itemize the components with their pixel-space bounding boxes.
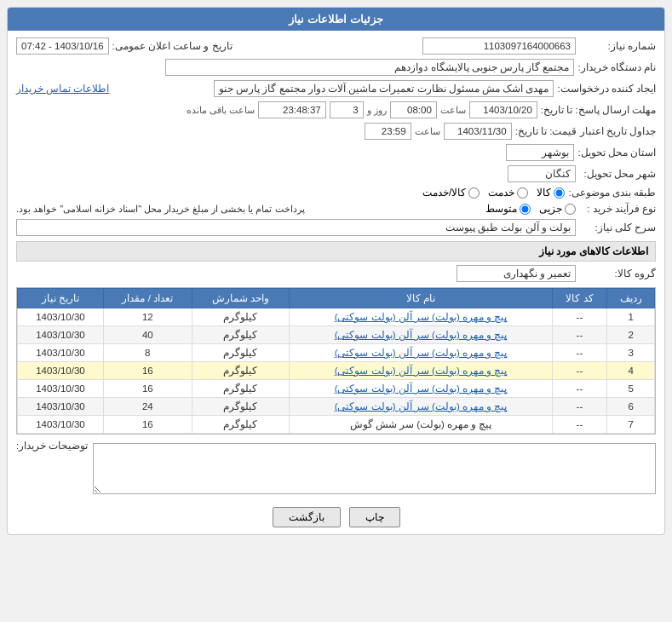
print-button[interactable]: چاپ	[349, 507, 400, 527]
cell-naam: پیچ و مهره (بولت) سر آلن (بولت سوکتی)	[290, 344, 552, 362]
mohlet-label: مهلت ارسال پاسخ: تا تاریخ:	[541, 104, 656, 116]
th-tedad: تعداد / مقدار	[103, 289, 192, 308]
cell-radif: 2	[607, 326, 655, 344]
cell-naam: پیچ و مهره (بولت) سر آلن (بولت سوکتی)	[290, 362, 552, 380]
mohlet-date: 1403/10/20	[469, 101, 537, 118]
cell-naam: پیچ و مهره (بولت) سر آلن (بولت سوکتی)	[290, 308, 552, 326]
row-sarh: سرح کلی نیاز: بولت و آلن بولت طبق پیوست	[16, 219, 656, 236]
sarh-label: سرح کلی نیاز:	[579, 222, 656, 233]
cell-radif: 3	[607, 344, 655, 362]
table-row: 3 -- پیچ و مهره (بولت) سر آلن (بولت سوکت…	[18, 344, 655, 362]
radio-khedmat-label: خدمت	[488, 187, 514, 199]
footer-buttons: چاپ بازگشت	[16, 507, 656, 527]
row-group-kala: گروه کالا: تعمیر و نگهداری	[16, 265, 656, 282]
row-jadval: جداول تاریخ اعتبار قیمت: تا تاریخ: 1403/…	[16, 123, 656, 140]
group-kala-label: گروه کالا:	[579, 268, 656, 279]
farayand-label: نوع فرآیند خرید :	[579, 203, 656, 215]
row-shomara: شماره نیاز: 1103097164000663 تاریخ و ساع…	[16, 37, 656, 55]
radio-jazee[interactable]	[565, 204, 576, 215]
notes-label: توضیحات خریدار:	[16, 440, 88, 452]
radio-khedmat-item: خدمت	[488, 187, 528, 199]
radio-motavvaset[interactable]	[520, 204, 531, 215]
cell-radif: 6	[607, 398, 655, 416]
cell-vahad: کیلوگرم	[192, 326, 290, 344]
cell-kod: --	[552, 398, 607, 416]
jadval-saat: 23:59	[365, 123, 411, 140]
cell-kod: --	[552, 326, 607, 344]
th-radif: ردیف	[607, 289, 655, 308]
radio-kala-khedmat[interactable]	[468, 187, 480, 199]
ijad-value: مهدی اشک مش مسئول نظارت تعمیرات ماشین آل…	[214, 80, 554, 97]
row-tabaqa: طبقه بندی موضوعی: کالا خدمت کالا/خدمت	[16, 187, 656, 199]
ijad-label: ایجاد کننده درخخواست:	[557, 83, 656, 95]
cell-tedad: 8	[103, 344, 192, 362]
row-ijad: ایجاد کننده درخخواست: مهدی اشک مش مسئول …	[16, 80, 656, 97]
group-kala-value: تعمیر و نگهداری	[457, 265, 576, 282]
row-farayand: نوع فرآیند خرید : جزیی متوسط پرداخت تمام…	[16, 203, 656, 215]
cell-kod: --	[552, 344, 607, 362]
cell-tedad: 16	[103, 380, 192, 398]
cell-kod: --	[552, 416, 607, 434]
sarh-value: بولت و آلن بولت طبق پیوست	[16, 219, 576, 236]
cell-tarikh: 1403/10/30	[18, 308, 104, 326]
mande-label: ساعت باقی مانده	[187, 105, 255, 116]
radio-motavvaset-item: متوسط	[485, 203, 531, 215]
shomara-value: 1103097164000663	[422, 37, 576, 55]
cell-tarikh: 1403/10/30	[18, 380, 104, 398]
radio-kala-khedmat-label: کالا/خدمت	[422, 187, 466, 199]
radio-kala-label: کالا	[537, 187, 551, 199]
radio-khedmat[interactable]	[517, 187, 528, 199]
cell-tedad: 16	[103, 416, 192, 434]
cell-radif: 1	[607, 308, 655, 326]
table-row: 5 -- پیچ و مهره (بولت) سر آلن (بولت سوکت…	[18, 380, 655, 398]
items-table-container: ردیف کد کالا نام کالا واحد شمارش تعداد /…	[16, 287, 656, 435]
ettelaat-link[interactable]: اطلاعات تماس خریدار	[16, 83, 109, 95]
info-section-title: اطلاعات کالاهای مورد نیاز	[16, 241, 656, 262]
jadval-saat-label: ساعت	[415, 126, 440, 137]
tarikh-label: تاریخ و ساعت اعلان عمومی:	[112, 40, 233, 52]
cell-radif: 5	[607, 380, 655, 398]
row-naam-dastgah: نام دستگاه خریدار: مجتمع گاز پارس جنوبی …	[16, 59, 656, 76]
th-tarikh: تاریخ نیاز	[18, 289, 104, 308]
notes-textarea[interactable]	[93, 443, 656, 494]
table-row: 4 -- پیچ و مهره (بولت) سر آلن (بولت سوکت…	[18, 362, 655, 380]
mohlet-roz: 3	[330, 101, 364, 118]
cell-vahad: کیلوگرم	[192, 362, 290, 380]
cell-vahad: کیلوگرم	[192, 398, 290, 416]
farayand-radio-group: جزیی متوسط	[485, 203, 576, 215]
radio-kala[interactable]	[554, 187, 565, 199]
tabaqa-radio-group: کالا خدمت کالا/خدمت	[422, 187, 565, 199]
cell-kod: --	[552, 380, 607, 398]
farayand-desc: پرداخت تمام یا بخشی از مبلغ خریدار محل "…	[16, 204, 305, 215]
cell-naam: پیچ و مهره (بولت) سر آلن (بولت سوکتی)	[290, 398, 552, 416]
mohlet-saat: 08:00	[390, 101, 437, 118]
cell-vahad: کیلوگرم	[192, 344, 290, 362]
shahr-value: کنگان	[508, 165, 576, 182]
back-button[interactable]: بازگشت	[273, 507, 341, 527]
tarikh-value: 1403/10/16 - 07:42	[16, 37, 109, 55]
naam-dastgah-label: نام دستگاه خریدار:	[577, 61, 656, 73]
radio-jazee-label: جزیی	[539, 203, 562, 215]
radio-motavvaset-label: متوسط	[485, 203, 517, 215]
cell-tarikh: 1403/10/30	[18, 326, 104, 344]
naam-dastgah-value: مجتمع گاز پارس جنوبی پالایشگاه دوازدهم	[165, 59, 574, 76]
cell-naam: پیچ و مهره (بولت) سر آلن (بولت سوکتی)	[290, 326, 552, 344]
ostan-value: بوشهر	[506, 144, 574, 161]
cell-tarikh: 1403/10/30	[18, 416, 104, 434]
roz-label: روز و	[367, 105, 387, 116]
cell-tedad: 12	[103, 308, 192, 326]
table-row: 7 -- پیچ و مهره (بولت) سر شش گوش کیلوگرم…	[18, 416, 655, 434]
table-row: 2 -- پیچ و مهره (بولت) سر آلن (بولت سوکت…	[18, 326, 655, 344]
cell-vahad: کیلوگرم	[192, 380, 290, 398]
cell-vahad: کیلوگرم	[192, 416, 290, 434]
mohlet-mande: 23:48:37	[258, 101, 326, 118]
page-title: جزئیات اطلاعات نیاز	[289, 13, 382, 26]
jadval-label: جداول تاریخ اعتبار قیمت: تا تاریخ:	[515, 125, 656, 137]
cell-naam: پیچ و مهره (بولت) سر آلن (بولت سوکتی)	[290, 380, 552, 398]
row-shahr: شهر محل تحویل: کنگان	[16, 165, 656, 182]
cell-kod: --	[552, 308, 607, 326]
th-naam: نام کالا	[290, 289, 552, 308]
cell-tedad: 40	[103, 326, 192, 344]
th-kod: کد کالا	[552, 289, 607, 308]
tabaqa-label: طبقه بندی موضوعی:	[568, 187, 656, 199]
